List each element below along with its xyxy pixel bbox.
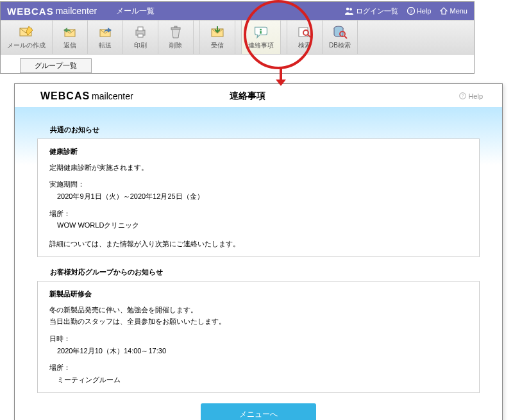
forward-icon <box>96 24 114 40</box>
notice1-period-value: 2020年9月1日（火）～2020年12月25日（金） <box>57 190 467 203</box>
search-icon <box>296 24 314 40</box>
compose-button[interactable]: メールの作成 <box>1 21 53 54</box>
svg-text:?: ? <box>462 94 464 98</box>
toolbar: メールの作成 返信 転送 印刷 削除 受信 連絡事項 <box>1 20 474 55</box>
notice-common: 健康診断 定期健康診断が実施されます。 実施期間： 2020年9月1日（火）～2… <box>37 139 480 257</box>
section-group-label: お客様対応グループからのお知らせ <box>50 267 480 277</box>
popup-help-link[interactable]: ? Help <box>459 92 483 100</box>
notice2-place-label: 場所： <box>49 362 467 374</box>
delete-button[interactable]: 削除 <box>158 21 194 54</box>
toolbar-separator <box>194 21 200 54</box>
notice1-title: 健康診断 <box>49 146 467 158</box>
toolbar-separator <box>235 21 242 54</box>
popup-header: WEBCAS mailcenter 連絡事項 ? Help <box>15 84 502 107</box>
toolbar-separator <box>281 21 287 54</box>
receive-button[interactable]: 受信 <box>200 21 235 54</box>
help-icon: ? <box>407 7 415 15</box>
notice2-place-value: ミーティングルーム <box>57 374 467 386</box>
menu-button[interactable]: メニューへ <box>201 403 316 420</box>
notices-popup: WEBCAS mailcenter 連絡事項 ? Help 共通のお知らせ 健康… <box>14 83 503 420</box>
home-icon <box>440 7 448 15</box>
notices-button[interactable]: 連絡事項 <box>242 21 281 54</box>
svg-rect-14 <box>260 31 262 33</box>
notice-group: 新製品研修会 冬の新製品発売に伴い、勉強会を開催します。 当日出勤のスタッフは、… <box>37 281 480 393</box>
compose-icon <box>17 24 35 40</box>
svg-point-1 <box>349 8 352 11</box>
notice2-time-value: 2020年12月10（木）14:00～17:30 <box>57 345 467 357</box>
popup-logo-sub: mailcenter <box>92 91 133 101</box>
reply-icon <box>61 24 79 40</box>
help-link[interactable]: ? Help <box>407 7 432 15</box>
print-button[interactable]: 印刷 <box>123 21 158 54</box>
notice2-time-label: 日時： <box>49 333 467 345</box>
login-list-link[interactable]: ログイン一覧 <box>345 6 398 16</box>
popup-body: 共通のお知らせ 健康診断 定期健康診断が実施されます。 実施期間： 2020年9… <box>15 107 502 420</box>
svg-rect-9 <box>138 34 143 37</box>
notice1-place-label: 場所： <box>49 208 467 220</box>
section-common-label: 共通のお知らせ <box>50 125 480 135</box>
svg-rect-13 <box>260 29 262 31</box>
notice2-title: 新製品研修会 <box>49 288 467 300</box>
notice2-line1: 冬の新製品発売に伴い、勉強会を開催します。 <box>49 304 467 316</box>
info-icon <box>252 24 270 40</box>
search-button[interactable]: 検索 <box>287 21 323 54</box>
svg-text:?: ? <box>410 8 413 14</box>
popup-logo: WEBCAS <box>40 90 90 102</box>
notice1-footnote: 詳細については、また情報が入り次第にご連絡いたします。 <box>49 238 467 250</box>
mail-list-link[interactable]: メール一覧 <box>116 6 155 17</box>
main-window: WEBCAS mailcenter メール一覧 ログイン一覧 ? Help Me… <box>0 1 475 74</box>
reply-button[interactable]: 返信 <box>53 21 88 54</box>
notice1-period-label: 実施期間： <box>49 178 467 190</box>
db-search-icon <box>331 24 349 40</box>
sub-row: グループ一覧 <box>1 55 474 73</box>
svg-rect-8 <box>138 27 143 31</box>
notice1-place-value: WOW WORLDクリニック <box>57 219 467 231</box>
svg-point-0 <box>346 8 349 10</box>
print-icon <box>131 24 149 40</box>
help-icon: ? <box>459 92 466 99</box>
people-icon <box>345 7 354 15</box>
svg-rect-11 <box>174 26 177 28</box>
group-list-tab[interactable]: グループ一覧 <box>20 58 92 73</box>
svg-line-17 <box>308 35 310 37</box>
menu-link[interactable]: Menu <box>440 7 467 15</box>
popup-title: 連絡事項 <box>230 90 265 102</box>
forward-button[interactable]: 転送 <box>88 21 123 54</box>
header-bar: WEBCAS mailcenter メール一覧 ログイン一覧 ? Help Me… <box>1 2 474 20</box>
delete-icon <box>167 24 185 40</box>
notice1-line1: 定期健康診断が実施されます。 <box>49 162 467 174</box>
app-logo-sub: mailcenter <box>56 6 97 16</box>
svg-line-20 <box>344 36 347 38</box>
dbsearch-button[interactable]: DB検索 <box>323 21 358 54</box>
notice2-line2: 当日出勤のスタッフは、全員参加をお願いいたします。 <box>49 315 467 328</box>
receive-icon <box>208 24 226 40</box>
app-logo: WEBCAS <box>7 6 54 17</box>
